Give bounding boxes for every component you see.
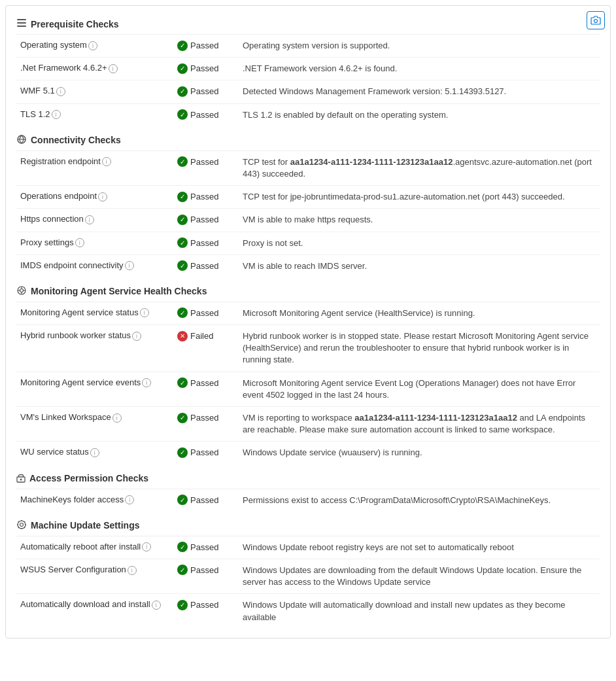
section-header-machine-update: Machine Update Settings bbox=[16, 514, 600, 536]
table-row: Monitoring Agent service statusi✓PassedM… bbox=[16, 302, 600, 325]
status-failed: ✕Failed bbox=[177, 331, 213, 341]
passed-icon: ✓ bbox=[177, 86, 188, 97]
settings-icon bbox=[16, 519, 27, 532]
info-icon[interactable]: i bbox=[75, 238, 84, 247]
status-passed: ✓Passed bbox=[177, 192, 218, 202]
info-icon[interactable]: i bbox=[125, 261, 134, 270]
status-passed: ✓Passed bbox=[177, 377, 218, 388]
info-icon[interactable]: i bbox=[88, 41, 97, 50]
check-name-cell: Monitoring Agent service statusi bbox=[16, 302, 173, 325]
status-passed: ✓Passed bbox=[177, 542, 218, 552]
table-row: Proxy settingsi✓PassedProxy is not set. bbox=[16, 232, 600, 254]
check-status-cell: ✓Passed bbox=[173, 594, 239, 629]
check-description-cell: Windows Update will automatically downlo… bbox=[239, 594, 600, 629]
status-passed: ✓Passed bbox=[177, 109, 218, 120]
table-row: Automatically reboot after installi✓Pass… bbox=[16, 536, 600, 559]
check-status-cell: ✓Passed bbox=[173, 442, 239, 464]
check-status-cell: ✓Passed bbox=[173, 35, 239, 58]
info-icon[interactable]: i bbox=[128, 566, 137, 575]
table-row: .Net Framework 4.6.2+i✓Passed.NET Framew… bbox=[16, 58, 600, 80]
table-row: Https connectioni✓PassedVM is able to ma… bbox=[16, 209, 600, 232]
section-connectivity: Connectivity ChecksRegistration endpoint… bbox=[16, 129, 600, 277]
section-label-monitoring: Monitoring Agent Service Health Checks bbox=[31, 286, 207, 296]
table-machine-update: Automatically reboot after installi✓Pass… bbox=[16, 536, 600, 629]
info-icon[interactable]: i bbox=[109, 64, 118, 73]
svg-rect-2 bbox=[17, 22, 26, 24]
status-passed: ✓Passed bbox=[177, 86, 218, 97]
info-icon[interactable]: i bbox=[132, 332, 141, 341]
passed-icon: ✓ bbox=[177, 307, 188, 318]
check-description-cell: Detected Windows Management Framework ve… bbox=[239, 80, 600, 103]
info-icon[interactable]: i bbox=[142, 542, 151, 551]
table-row: WSUS Server Configurationi✓PassedWindows… bbox=[16, 559, 600, 593]
status-passed: ✓Passed bbox=[177, 307, 218, 318]
svg-rect-3 bbox=[17, 26, 26, 27]
status-label: Passed bbox=[190, 542, 218, 552]
status-passed: ✓Passed bbox=[177, 156, 218, 167]
status-passed: ✓Passed bbox=[177, 41, 218, 51]
check-status-cell: ✓Passed bbox=[173, 232, 239, 254]
check-name-cell: Automatically reboot after installi bbox=[16, 536, 173, 559]
info-icon[interactable]: i bbox=[112, 413, 122, 423]
section-header-monitoring: Monitoring Agent Service Health Checks bbox=[16, 280, 600, 302]
section-label-access: Access Permission Checks bbox=[29, 473, 148, 483]
svg-point-15 bbox=[20, 523, 24, 526]
monitoring-icon bbox=[16, 285, 27, 298]
passed-icon: ✓ bbox=[177, 109, 188, 120]
passed-icon: ✓ bbox=[177, 495, 188, 505]
svg-point-0 bbox=[594, 20, 598, 23]
connectivity-icon bbox=[16, 134, 27, 147]
check-status-cell: ✓Passed bbox=[173, 58, 239, 80]
sections-container: Prerequisite ChecksOperating systemi✓Pas… bbox=[16, 12, 600, 629]
check-name-cell: Hybrid runbook worker statusi bbox=[16, 325, 173, 372]
info-icon[interactable]: i bbox=[52, 110, 61, 119]
passed-icon: ✓ bbox=[177, 377, 188, 388]
check-status-cell: ✓Passed bbox=[173, 209, 239, 232]
check-name-cell: VM's Linked Workspacei bbox=[16, 407, 173, 442]
info-icon[interactable]: i bbox=[90, 448, 99, 457]
info-icon[interactable]: i bbox=[140, 308, 149, 317]
check-description-cell: TLS 1.2 is enabled by default on the ope… bbox=[239, 103, 600, 126]
section-machine-update: Machine Update SettingsAutomatically reb… bbox=[16, 514, 600, 629]
section-header-prerequisite: Prerequisite Checks bbox=[16, 12, 600, 35]
passed-icon: ✓ bbox=[177, 447, 188, 458]
info-icon[interactable]: i bbox=[56, 87, 65, 96]
lock-icon bbox=[16, 472, 26, 485]
table-row: Monitoring Agent service eventsi✓PassedM… bbox=[16, 372, 600, 406]
info-icon[interactable]: i bbox=[102, 157, 111, 166]
info-icon[interactable]: i bbox=[142, 378, 151, 387]
status-label: Passed bbox=[190, 565, 218, 575]
check-status-cell: ✓Passed bbox=[173, 254, 239, 277]
check-status-cell: ✓Passed bbox=[173, 302, 239, 325]
check-status-cell: ✓Passed bbox=[173, 559, 239, 593]
table-connectivity: Registration endpointi✓PassedTCP test fo… bbox=[16, 151, 600, 277]
check-status-cell: ✓Passed bbox=[173, 186, 239, 209]
check-name-cell: Https connectioni bbox=[16, 209, 173, 232]
info-icon[interactable]: i bbox=[85, 215, 94, 224]
section-header-connectivity: Connectivity Checks bbox=[16, 129, 600, 151]
check-name-cell: Automatically download and installi bbox=[16, 594, 173, 629]
table-monitoring: Monitoring Agent service statusi✓PassedM… bbox=[16, 302, 600, 464]
svg-line-23 bbox=[18, 527, 19, 527]
check-description-cell: Windows Update reboot registry keys are … bbox=[239, 536, 600, 559]
status-label: Passed bbox=[190, 308, 218, 318]
section-label-prerequisite: Prerequisite Checks bbox=[31, 19, 119, 29]
status-label: Passed bbox=[190, 413, 218, 423]
info-icon[interactable]: i bbox=[98, 192, 107, 201]
status-label: Passed bbox=[190, 215, 218, 224]
svg-line-22 bbox=[24, 521, 25, 522]
status-label: Passed bbox=[190, 261, 218, 271]
status-label: Passed bbox=[190, 238, 218, 248]
svg-point-7 bbox=[20, 288, 24, 292]
svg-line-21 bbox=[24, 527, 25, 527]
status-label: Passed bbox=[190, 495, 218, 505]
main-container: Prerequisite ChecksOperating systemi✓Pas… bbox=[5, 5, 611, 638]
camera-button[interactable] bbox=[587, 11, 605, 29]
check-name-cell: IMDS endpoint connectivityi bbox=[16, 254, 173, 277]
status-label: Passed bbox=[190, 378, 218, 388]
table-row: WMF 5.1i✓PassedDetected Windows Manageme… bbox=[16, 80, 600, 103]
table-row: IMDS endpoint connectivityi✓PassedVM is … bbox=[16, 254, 600, 277]
check-name-cell: Operating systemi bbox=[16, 35, 173, 58]
info-icon[interactable]: i bbox=[125, 495, 134, 504]
info-icon[interactable]: i bbox=[152, 601, 161, 610]
